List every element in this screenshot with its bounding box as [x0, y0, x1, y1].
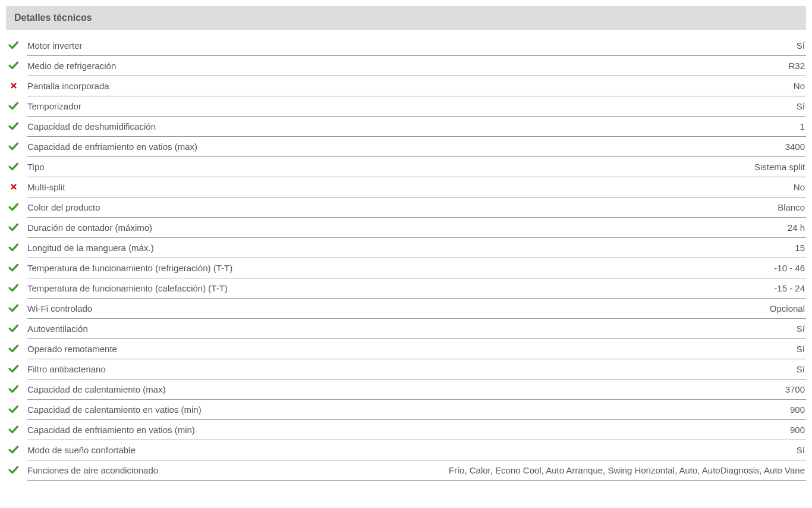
spec-label: Duración de contador (máximo) — [27, 222, 152, 233]
spec-label: Filtro antibacteriano — [27, 364, 106, 374]
check-icon — [7, 101, 20, 111]
spec-label: Color del producto — [27, 202, 100, 212]
spec-value: Sí — [117, 344, 806, 354]
spec-label: Pantalla incorporada — [27, 81, 109, 91]
check-icon — [7, 141, 20, 152]
spec-label: Multi-split — [27, 182, 65, 192]
check-icon — [7, 283, 20, 293]
check-icon — [7, 40, 20, 51]
check-icon — [7, 121, 20, 131]
spec-row: Funciones de aire acondicionadoFrío, Cal… — [27, 460, 806, 481]
spec-value: Sí — [88, 324, 806, 334]
spec-label: Motor inverter — [27, 40, 83, 51]
check-icon — [7, 343, 20, 354]
spec-row: Capacidad de deshumidificación1 — [27, 117, 806, 137]
spec-value: Frío, Calor, Econo Cool, Auto Arranque, … — [158, 465, 806, 475]
spec-label: Capacidad de deshumidificación — [27, 121, 156, 131]
spec-value: R32 — [116, 61, 806, 71]
check-icon — [7, 161, 20, 172]
spec-value: Blanco — [100, 202, 806, 212]
spec-row: Filtro antibacterianoSí — [27, 359, 806, 380]
spec-label: Capacidad de calentamiento (max) — [27, 384, 166, 394]
section-header: Detalles técnicos — [6, 6, 806, 30]
spec-value: 24 h — [152, 222, 806, 233]
spec-value: 1 — [156, 121, 806, 131]
spec-value: 900 — [202, 404, 806, 415]
spec-label: Capacidad de calentamiento en vatios (mi… — [27, 404, 202, 415]
spec-label: Funciones de aire acondicionado — [27, 465, 158, 475]
spec-row: Multi-splitNo — [27, 177, 806, 197]
check-icon — [7, 323, 20, 334]
spec-row: Temperatura de funcionamiento (refrigera… — [27, 258, 806, 278]
spec-row: Pantalla incorporadaNo — [27, 76, 806, 96]
spec-label: Temporizador — [27, 101, 81, 111]
check-icon — [7, 404, 20, 415]
spec-value: Sí — [81, 101, 806, 111]
spec-row: Medio de refrigeraciónR32 — [27, 56, 806, 76]
spec-value: 900 — [195, 425, 806, 435]
spec-value: Sí — [136, 445, 806, 455]
spec-value: -10 - 46 — [232, 263, 806, 273]
spec-row: TemporizadorSí — [27, 96, 806, 117]
spec-value: Sí — [106, 364, 806, 374]
spec-row: Operado remotamenteSí — [27, 339, 806, 359]
check-icon — [7, 242, 20, 253]
spec-label: Tipo — [27, 162, 45, 172]
spec-row: Capacidad de calentamiento en vatios (mi… — [27, 400, 806, 420]
spec-value: No — [109, 81, 806, 91]
spec-label: Medio de refrigeración — [27, 61, 116, 71]
spec-row: Duración de contador (máximo)24 h — [27, 218, 806, 238]
check-icon — [7, 465, 20, 475]
spec-value: 3400 — [197, 142, 806, 152]
spec-list: Motor inverterSíMedio de refrigeraciónR3… — [6, 30, 806, 481]
spec-row: AutoventilaciónSí — [27, 319, 806, 339]
spec-label: Wi-Fi controlado — [27, 303, 92, 313]
check-icon — [7, 444, 20, 455]
check-icon — [7, 363, 20, 374]
spec-label: Temperatura de funcionamiento (refrigera… — [27, 263, 232, 273]
section-title: Detalles técnicos — [14, 12, 92, 23]
check-icon — [7, 222, 20, 233]
spec-row: Capacidad de enfriamiento en vatios (min… — [27, 420, 806, 440]
spec-row: Capacidad de calentamiento (max)3700 — [27, 380, 806, 400]
spec-row: Longitud de la manguera (máx.)15 — [27, 238, 806, 258]
check-icon — [7, 303, 20, 313]
check-icon — [7, 262, 20, 273]
spec-row: Wi-Fi controladoOpcional — [27, 299, 806, 319]
spec-row: TipoSistema split — [27, 157, 806, 177]
spec-value: Opcional — [92, 303, 806, 313]
check-icon — [7, 60, 20, 71]
spec-value: -15 - 24 — [228, 283, 806, 293]
spec-label: Temperatura de funcionamiento (calefacci… — [27, 283, 228, 293]
spec-label: Capacidad de enfriamiento en vatios (min… — [27, 425, 195, 435]
spec-row: Color del productoBlanco — [27, 197, 806, 218]
spec-row: Modo de sueño confortableSí — [27, 440, 806, 460]
check-icon — [7, 384, 20, 394]
spec-value: No — [65, 182, 806, 192]
spec-label: Longitud de la manguera (máx.) — [27, 243, 154, 253]
spec-value: Sí — [83, 40, 806, 51]
spec-label: Operado remotamente — [27, 344, 117, 354]
check-icon — [7, 202, 20, 212]
spec-row: Temperatura de funcionamiento (calefacci… — [27, 278, 806, 299]
cross-icon — [7, 181, 20, 192]
check-icon — [7, 424, 20, 435]
spec-value: 15 — [154, 243, 806, 253]
spec-value: 3700 — [166, 384, 806, 394]
spec-sheet: Detalles técnicos Motor inverterSíMedio … — [6, 6, 806, 481]
spec-label: Modo de sueño confortable — [27, 445, 136, 455]
spec-label: Capacidad de enfriamiento en vatios (max… — [27, 142, 197, 152]
spec-label: Autoventilación — [27, 324, 88, 334]
spec-value: Sistema split — [45, 162, 806, 172]
cross-icon — [7, 80, 20, 91]
spec-row: Motor inverterSí — [27, 36, 806, 56]
spec-row: Capacidad de enfriamiento en vatios (max… — [27, 137, 806, 157]
